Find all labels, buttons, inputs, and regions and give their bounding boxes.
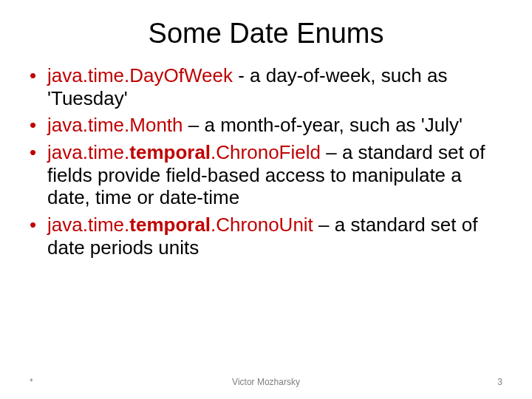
enum-class: java.time.Month [47,114,183,136]
enum-desc: – a month-of-year, such as 'July' [183,114,463,136]
enum-class: java.time.temporal.ChronoField [47,141,321,163]
bullet-list: java.time.DayOfWeek - a day-of-week, suc… [0,64,532,259]
list-item: java.time.temporal.ChronoUnit – a standa… [47,214,499,259]
enum-class: java.time.temporal.ChronoUnit [47,214,313,236]
list-item: java.time.temporal.ChronoField – a stand… [47,141,499,209]
slide-title: Some Date Enums [0,0,532,64]
list-item: java.time.Month – a month-of-year, such … [47,114,499,137]
footer-star: * [30,377,33,387]
enum-class: java.time.DayOfWeek [47,64,233,86]
list-item: java.time.DayOfWeek - a day-of-week, suc… [47,64,499,109]
footer-author: Victor Mozharsky [232,377,300,387]
footer-page-number: 3 [497,377,502,387]
